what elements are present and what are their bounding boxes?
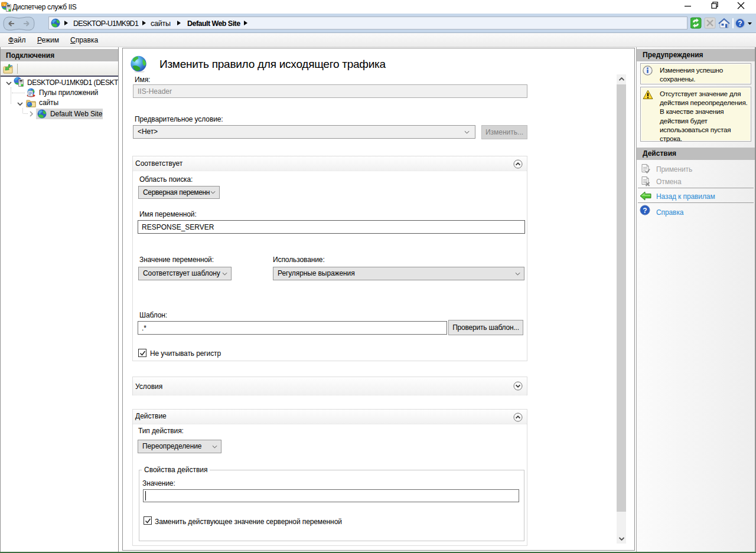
svg-text:?: ? [643,207,647,215]
svg-text:?: ? [738,19,742,28]
